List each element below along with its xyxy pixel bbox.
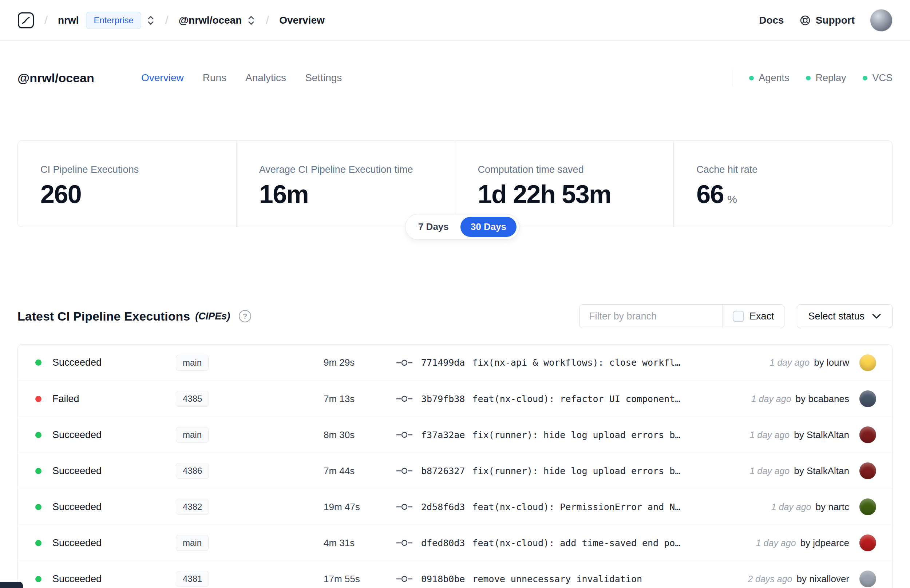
table-row[interactable]: Failed 4385 7m 13s 3b79fb38 feat(nx-clou… [18, 381, 892, 417]
stat-value: 66 [696, 180, 724, 208]
stat-value: 260 [40, 180, 81, 208]
nx-cloud-logo[interactable] [18, 12, 34, 29]
table-row[interactable]: Succeeded main 8m 30s f37a32ae fix(runne… [18, 417, 892, 452]
commit-message: feat(nx-cloud): PermissionError and N… [472, 502, 680, 512]
duration: 17m 55s [323, 573, 396, 585]
status-item-agents[interactable]: Agents [749, 73, 789, 84]
relative-time: 2 days ago [748, 574, 792, 584]
branch-badge: main [176, 427, 209, 443]
breadcrumb-separator: / [165, 13, 168, 27]
stat-suffix: % [727, 193, 737, 205]
avatar [860, 462, 876, 479]
commit-hash: b8726327 [421, 466, 465, 476]
breadcrumb-page: Overview [279, 15, 325, 26]
status-dot [35, 468, 42, 474]
relative-time: 1 day ago [751, 394, 791, 404]
avatar [860, 426, 876, 443]
branch-badge: 4386 [176, 463, 209, 479]
page-header: @nrwl/ocean Overview Runs Analytics Sett… [0, 68, 910, 87]
git-commit-icon [396, 574, 412, 584]
table-row[interactable]: Succeeded 4382 19m 47s 2d58f6d3 feat(nx-… [18, 489, 892, 525]
tab-runs[interactable]: Runs [203, 72, 226, 84]
commit-message: fix(nx-api & workflows): close workfl… [472, 357, 680, 368]
branch-badge: 4382 [176, 499, 209, 515]
status-label: Succeeded [52, 465, 102, 477]
section-title: Latest CI Pipeline Executions [18, 309, 190, 323]
section-title-suffix: (CIPEs) [195, 311, 230, 322]
breadcrumb-separator: / [266, 13, 269, 27]
status-item-replay[interactable]: Replay [806, 73, 846, 84]
status-item-label: VCS [872, 73, 892, 84]
commit-hash: 0918b0be [421, 574, 465, 584]
duration: 7m 44s [323, 465, 396, 477]
tab-overview[interactable]: Overview [141, 72, 184, 84]
breadcrumb-workspace[interactable]: @nrwl/ocean [179, 15, 242, 26]
select-status-label: Select status [808, 311, 865, 322]
select-status-dropdown[interactable]: Select status [797, 304, 892, 328]
stat-value: 16m [259, 180, 309, 208]
commit-hash: dfed80d3 [421, 538, 465, 548]
status-dot [35, 396, 42, 402]
cipes-section-header: Latest CI Pipeline Executions (CIPEs) ? … [18, 304, 892, 328]
org-selector-chevron-icon[interactable] [146, 14, 155, 27]
commit-message: remove unnecessary invalidation [472, 574, 642, 584]
commit-message: feat(nx-cloud): add time-saved end po… [472, 538, 680, 548]
exact-toggle[interactable]: Exact [722, 305, 784, 328]
branch-badge: 4385 [176, 391, 209, 407]
author: by StalkAltan [794, 465, 849, 477]
workspace-selector-chevron-icon[interactable] [247, 14, 255, 27]
stat-cache-hit-rate: Cache hit rate 66% [673, 141, 892, 227]
topbar-right: Docs Support [759, 9, 892, 32]
duration: 19m 47s [323, 501, 396, 513]
commit-message: fix(runner): hide log upload errors b… [472, 430, 680, 440]
stat-label: Computation time saved [478, 164, 663, 175]
status-label: Succeeded [52, 501, 102, 513]
table-row[interactable]: Succeeded main 9m 29s 771499da fix(nx-ap… [18, 344, 892, 381]
tab-analytics[interactable]: Analytics [245, 72, 286, 84]
workspace-tabs: Overview Runs Analytics Settings [141, 72, 342, 84]
relative-time: 1 day ago [750, 466, 789, 476]
breadcrumb-org[interactable]: nrwl [58, 15, 79, 26]
lifebuoy-icon [799, 15, 811, 26]
duration: 8m 30s [323, 430, 396, 441]
duration: 9m 29s [323, 357, 396, 368]
avatar [860, 499, 876, 515]
support-label: Support [816, 15, 855, 26]
commit-hash: 771499da [421, 357, 465, 368]
author: by bcabanes [796, 393, 849, 405]
branch-badge: main [176, 355, 209, 371]
stat-label: CI Pipeline Executions [40, 164, 225, 175]
chat-widget[interactable] [0, 582, 23, 588]
table-row[interactable]: Succeeded main 4m 31s dfed80d3 feat(nx-c… [18, 525, 892, 561]
git-commit-icon [396, 430, 412, 439]
date-range-toggle: 7 Days 30 Days [405, 214, 519, 240]
commit-hash: f37a32ae [421, 430, 465, 440]
branch-filter-input[interactable] [579, 305, 722, 328]
table-row[interactable]: Succeeded 4381 17m 55s 0918b0be remove u… [18, 561, 892, 588]
status-item-vcs[interactable]: VCS [863, 73, 892, 84]
cipes-table: Succeeded main 9m 29s 771499da fix(nx-ap… [18, 344, 892, 588]
status-label: Failed [52, 393, 79, 405]
git-commit-icon [396, 358, 412, 367]
support-link[interactable]: Support [799, 15, 855, 26]
avatar [860, 570, 876, 587]
green-dot-icon [749, 76, 754, 81]
git-commit-icon [396, 466, 412, 476]
relative-time: 1 day ago [769, 357, 810, 368]
author: by nixallover [797, 573, 849, 585]
tab-settings[interactable]: Settings [305, 72, 342, 84]
status-item-label: Replay [815, 73, 846, 84]
duration: 4m 31s [323, 538, 396, 549]
exact-checkbox[interactable] [733, 311, 744, 322]
vertical-divider [732, 69, 732, 86]
docs-link[interactable]: Docs [759, 15, 784, 26]
author: by StalkAltan [794, 430, 849, 441]
relative-time: 1 day ago [771, 502, 811, 512]
user-avatar[interactable] [870, 9, 892, 32]
breadcrumb-separator: / [44, 13, 48, 27]
range-option-7-days[interactable]: 7 Days [408, 217, 459, 237]
range-option-30-days[interactable]: 30 Days [461, 217, 517, 237]
commit-hash: 2d58f6d3 [421, 502, 465, 512]
table-row[interactable]: Succeeded 4386 7m 44s b8726327 fix(runne… [18, 452, 892, 489]
help-icon[interactable]: ? [239, 310, 251, 322]
